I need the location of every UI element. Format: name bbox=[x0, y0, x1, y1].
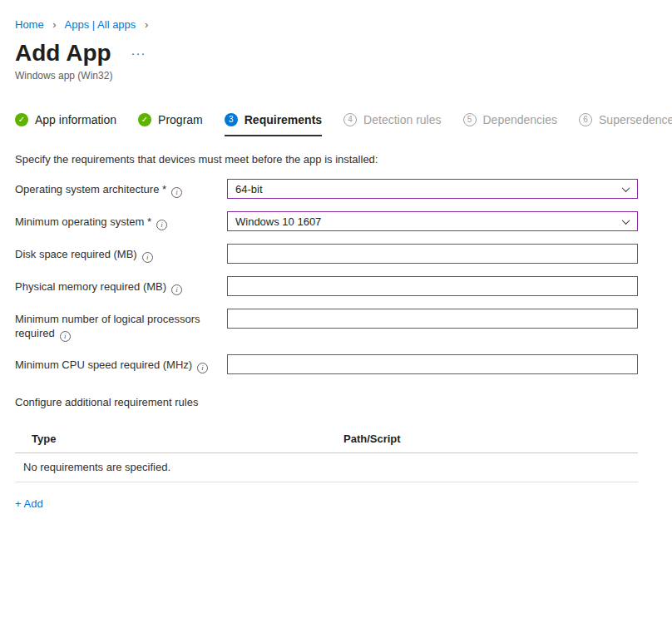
tab-label-dependencies: Dependencies bbox=[483, 113, 558, 126]
instruction-text: Specify the requirements that devices mu… bbox=[15, 153, 672, 166]
chevron-down-icon bbox=[622, 184, 630, 192]
form-row-minimum-os: Minimum operating system *i Windows 10 1… bbox=[15, 211, 672, 231]
tab-label-supersedence: Supersedence bbox=[599, 113, 672, 126]
info-icon[interactable]: i bbox=[142, 252, 153, 263]
minimum-os-select[interactable]: Windows 10 1607 bbox=[227, 211, 638, 231]
tab-label-requirements: Requirements bbox=[245, 113, 322, 126]
table-header-row: Type Path/Script bbox=[15, 425, 638, 453]
wizard-steps: ✓ App information ✓ Program 3 Requiremen… bbox=[15, 113, 672, 136]
field-label-text: Minimum number of logical processors req… bbox=[15, 313, 200, 339]
field-label-text: Physical memory required (MB) bbox=[15, 280, 166, 293]
chevron-down-icon bbox=[622, 216, 630, 225]
column-header-path-script: Path/Script bbox=[343, 433, 401, 445]
tab-label-app-information: App information bbox=[35, 113, 116, 126]
field-label-text: Operating system architecture * bbox=[15, 183, 166, 195]
tab-dependencies[interactable]: 5 Dependencies bbox=[463, 113, 558, 136]
more-menu-button[interactable]: ··· bbox=[131, 49, 146, 57]
tab-supersedence[interactable]: 6 Supersedence bbox=[579, 113, 672, 136]
field-label: Physical memory required (MB)i bbox=[15, 276, 227, 295]
page-subtitle: Windows app (Win32) bbox=[15, 70, 672, 82]
table-empty-row: No requirements are specified. bbox=[15, 453, 638, 482]
field-label: Minimum CPU speed required (MHz)i bbox=[15, 354, 227, 373]
tab-program[interactable]: ✓ Program bbox=[138, 113, 203, 136]
physical-memory-input[interactable] bbox=[227, 276, 638, 296]
field-label-text: Disk space required (MB) bbox=[15, 248, 137, 260]
info-icon[interactable]: i bbox=[171, 284, 182, 295]
step-number-icon: 5 bbox=[463, 113, 477, 126]
check-icon: ✓ bbox=[15, 113, 28, 126]
field-label: Minimum operating system *i bbox=[15, 211, 227, 230]
requirements-form: Operating system architecture *i 64-bit … bbox=[15, 179, 672, 374]
step-number-icon: 3 bbox=[225, 113, 238, 126]
info-icon[interactable]: i bbox=[171, 187, 182, 198]
info-icon[interactable]: i bbox=[197, 363, 208, 373]
chevron-right-icon: › bbox=[145, 18, 148, 31]
info-icon[interactable]: i bbox=[60, 331, 71, 342]
breadcrumb-apps-all-apps[interactable]: Apps | All apps bbox=[65, 18, 136, 31]
field-label: Disk space required (MB)i bbox=[15, 244, 227, 263]
field-label: Operating system architecture *i bbox=[15, 179, 227, 198]
page-header: Add App ··· bbox=[15, 39, 672, 67]
form-row-physical-memory: Physical memory required (MB)i bbox=[15, 276, 672, 296]
empty-message: No requirements are specified. bbox=[23, 461, 170, 473]
form-row-os-architecture: Operating system architecture *i 64-bit bbox=[15, 179, 672, 199]
requirements-table: Type Path/Script No requirements are spe… bbox=[15, 425, 638, 482]
cpu-speed-input[interactable] bbox=[227, 354, 638, 374]
form-row-cpu-speed: Minimum CPU speed required (MHz)i bbox=[15, 354, 672, 374]
step-number-icon: 6 bbox=[579, 113, 592, 126]
disk-space-input[interactable] bbox=[227, 244, 638, 264]
tab-requirements[interactable]: 3 Requirements bbox=[225, 113, 322, 136]
field-label-text: Minimum operating system * bbox=[15, 215, 151, 228]
tab-app-information[interactable]: ✓ App information bbox=[15, 113, 116, 136]
logical-processors-input[interactable] bbox=[227, 309, 638, 329]
form-row-disk-space: Disk space required (MB)i bbox=[15, 244, 672, 264]
field-label-text: Minimum CPU speed required (MHz) bbox=[15, 358, 192, 371]
tab-label-program: Program bbox=[158, 113, 203, 126]
page-title: Add App bbox=[15, 39, 111, 67]
tab-detection-rules[interactable]: 4 Detection rules bbox=[343, 113, 441, 136]
chevron-right-icon: › bbox=[52, 18, 56, 31]
breadcrumb: Home › Apps | All apps › bbox=[15, 0, 672, 31]
tab-label-detection-rules: Detection rules bbox=[363, 113, 441, 126]
select-value: 64-bit bbox=[235, 183, 263, 195]
breadcrumb-home[interactable]: Home bbox=[15, 18, 44, 31]
column-header-type: Type bbox=[32, 433, 343, 445]
add-button[interactable]: + Add bbox=[15, 497, 43, 510]
check-icon: ✓ bbox=[138, 113, 151, 126]
os-architecture-select[interactable]: 64-bit bbox=[227, 179, 638, 199]
field-label: Minimum number of logical processors req… bbox=[15, 309, 227, 342]
select-value: Windows 10 1607 bbox=[235, 215, 321, 228]
info-icon[interactable]: i bbox=[156, 220, 167, 230]
section-title-additional-rules: Configure additional requirement rules bbox=[15, 396, 672, 408]
step-number-icon: 4 bbox=[343, 113, 357, 126]
form-row-logical-processors: Minimum number of logical processors req… bbox=[15, 309, 672, 342]
add-app-page: Home › Apps | All apps › Add App ··· Win… bbox=[0, 0, 672, 511]
